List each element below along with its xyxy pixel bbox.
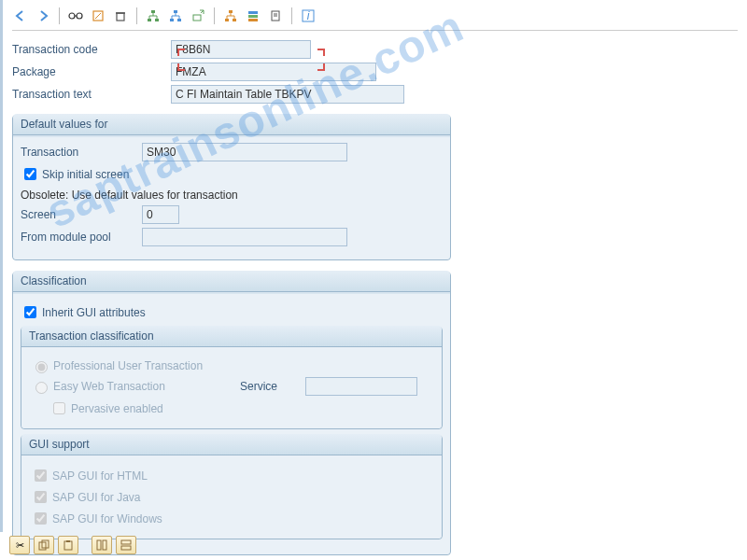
svg-rect-14	[225, 19, 229, 21]
transaction-field[interactable]	[142, 143, 347, 161]
svg-rect-26	[64, 541, 72, 550]
doc-icon[interactable]	[267, 7, 284, 24]
screen-field[interactable]	[142, 205, 179, 224]
package-label: Package	[12, 65, 171, 78]
svg-rect-27	[66, 540, 70, 542]
obsolete-text: Obsolete: Use default values for transac…	[21, 189, 443, 202]
pervasive-checkbox	[53, 402, 65, 414]
transaction-code-field[interactable]	[171, 40, 311, 59]
svg-rect-6	[151, 10, 155, 13]
gui-win-label: SAP GUI for Windows	[52, 512, 162, 525]
professional-label: Professional User Transaction	[53, 359, 240, 372]
svg-rect-17	[248, 15, 258, 18]
inherit-label: Inherit GUI attributes	[42, 306, 146, 319]
edit-icon[interactable]	[90, 7, 106, 24]
separator	[136, 7, 137, 24]
layout1-icon[interactable]	[92, 536, 112, 554]
svg-rect-8	[155, 19, 159, 21]
tree-icon[interactable]	[222, 7, 239, 24]
module-pool-label: From module pool	[21, 231, 142, 244]
svg-rect-10	[170, 19, 174, 21]
svg-point-1	[77, 13, 82, 19]
copy-icon[interactable]	[34, 536, 54, 554]
stack-icon[interactable]	[245, 7, 261, 24]
default-values-title: Default values for	[13, 114, 450, 135]
glasses-icon[interactable]	[67, 7, 84, 24]
cut-icon[interactable]: ✂	[9, 536, 30, 554]
transaction-classification-group: Transaction classification Professional …	[21, 327, 443, 429]
svg-rect-12	[193, 15, 201, 21]
service-field	[305, 377, 417, 396]
package-field[interactable]	[171, 63, 376, 81]
easy-web-label: Easy Web Transaction	[53, 380, 240, 393]
svg-rect-15	[233, 19, 236, 21]
bottom-toolbar: ✂	[9, 536, 136, 554]
professional-radio	[35, 361, 48, 373]
paste-icon[interactable]	[58, 536, 78, 554]
svg-rect-28	[97, 540, 101, 550]
pervasive-label: Pervasive enabled	[71, 402, 163, 415]
forward-icon[interactable]	[35, 7, 51, 24]
gui-support-title: GUI support	[21, 434, 442, 455]
gui-html-label: SAP GUI for HTML	[52, 469, 148, 483]
classification-title: Classification	[13, 271, 450, 292]
hierarchy2-icon[interactable]	[167, 7, 184, 24]
separator	[291, 7, 292, 24]
svg-rect-9	[174, 10, 177, 13]
gui-java-checkbox	[35, 491, 47, 503]
svg-rect-7	[148, 19, 151, 21]
svg-rect-18	[248, 19, 258, 21]
service-label: Service	[240, 380, 305, 393]
svg-rect-4	[117, 13, 124, 21]
transaction-text-field[interactable]	[171, 85, 404, 104]
default-values-group: Default values for Transaction Skip init…	[12, 115, 451, 260]
gui-win-checkbox	[35, 512, 47, 525]
layout2-icon[interactable]	[116, 536, 136, 554]
skip-initial-checkbox[interactable]	[24, 168, 36, 180]
transaction-text-label: Transaction text	[12, 88, 171, 101]
hierarchy1-icon[interactable]	[145, 7, 162, 24]
easy-web-radio	[35, 382, 48, 394]
delete-icon[interactable]	[112, 7, 129, 24]
skip-initial-label: Skip initial screen	[42, 168, 129, 181]
back-icon[interactable]	[12, 7, 29, 24]
svg-point-0	[69, 13, 75, 19]
classification-group: Classification Inherit GUI attributes Tr…	[12, 272, 451, 555]
gui-html-checkbox	[35, 469, 47, 482]
export-icon[interactable]	[190, 7, 206, 24]
trans-class-title: Transaction classification	[21, 326, 442, 347]
screen-label: Screen	[21, 208, 142, 221]
gui-support-group: GUI support SAP GUI for HTML SAP GUI for…	[21, 435, 443, 539]
svg-rect-31	[121, 546, 131, 550]
svg-rect-29	[103, 540, 106, 550]
svg-text:i: i	[307, 9, 310, 22]
transaction-code-label: Transaction code	[12, 43, 171, 56]
svg-rect-16	[248, 11, 258, 14]
svg-rect-13	[229, 10, 233, 13]
separator	[59, 7, 60, 24]
app-toolbar: i	[12, 6, 738, 31]
inherit-checkbox[interactable]	[24, 306, 36, 318]
info-icon[interactable]: i	[300, 7, 317, 24]
gui-java-label: SAP GUI for Java	[52, 491, 140, 504]
svg-rect-11	[177, 19, 181, 21]
svg-rect-30	[121, 540, 131, 544]
module-pool-field[interactable]	[142, 228, 347, 246]
transaction-label: Transaction	[21, 146, 142, 159]
separator	[214, 7, 215, 24]
